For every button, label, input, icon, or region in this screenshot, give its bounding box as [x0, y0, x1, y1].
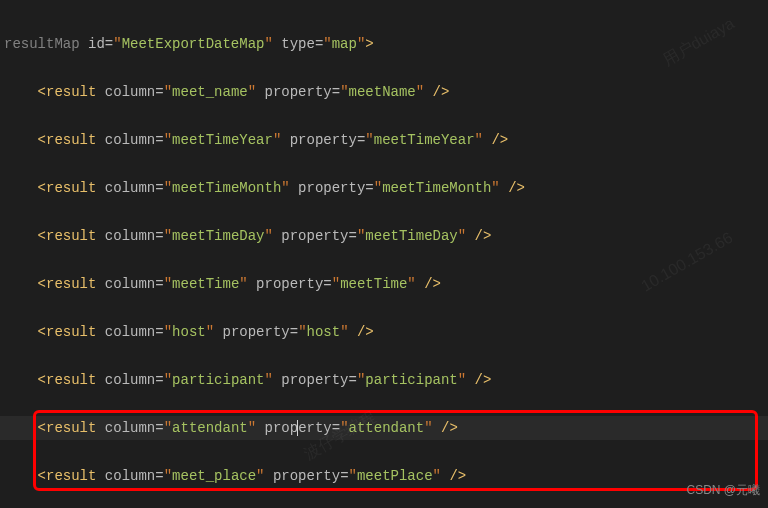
- code-line-active: <result column="attendant" property="att…: [0, 416, 768, 440]
- code-line: <result column="meetTimeMonth" property=…: [0, 176, 768, 200]
- code-line: <result column="meetTimeDay" property="m…: [0, 224, 768, 248]
- code-editor[interactable]: resultMap id="MeetExportDateMap" type="m…: [0, 0, 768, 508]
- code-line: <result column="meetTime" property="meet…: [0, 272, 768, 296]
- code-line: <result column="meetTimeYear" property="…: [0, 128, 768, 152]
- code-line: <result column="participant" property="p…: [0, 368, 768, 392]
- code-line: resultMap id="MeetExportDateMap" type="m…: [0, 32, 768, 56]
- code-line: <result column="meet_name" property="mee…: [0, 80, 768, 104]
- attribution-text: CSDN @元曦: [686, 478, 760, 502]
- code-line: <result column="meet_place" property="me…: [0, 464, 768, 488]
- code-line: <result column="host" property="host" />: [0, 320, 768, 344]
